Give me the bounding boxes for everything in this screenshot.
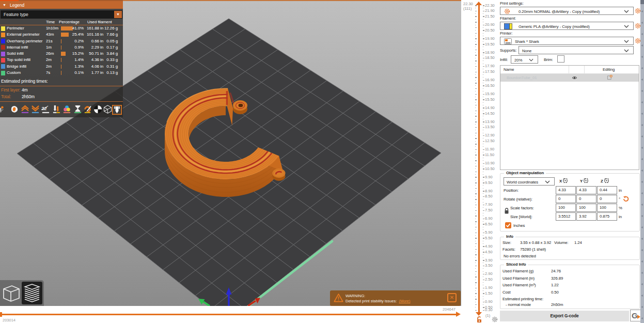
ruler-tick (483, 91, 483, 91)
editing-icon[interactable] (607, 75, 612, 80)
manip-input-x[interactable]: 100 (556, 204, 576, 212)
ruler-tick (483, 138, 483, 139)
filament-label: Filament: (500, 16, 516, 21)
manip-input-x[interactable]: 4.33 (556, 186, 576, 194)
retractions-icon[interactable] (21, 105, 30, 114)
ruler-tick (475, 243, 477, 244)
supports-combo[interactable]: None (519, 46, 634, 54)
feature-percentage: 0.2% (63, 39, 84, 43)
brim-checkbox[interactable] (557, 55, 564, 63)
gcode-slider-left-handle[interactable] (0, 312, 2, 317)
ruler-tick (483, 207, 483, 208)
center-of-gravity-icon[interactable] (93, 105, 103, 114)
ruler-tick (483, 13, 483, 14)
inches-checkbox[interactable] (505, 222, 511, 228)
manip-input-z[interactable]: 0 (597, 195, 617, 203)
gcode-slider-right-arrow[interactable] (456, 312, 461, 317)
feature-used-length: 0.66 in (82, 39, 103, 43)
ruler-tick (475, 64, 476, 64)
preview-view-button[interactable] (22, 282, 42, 304)
gcode-slider-track[interactable] (2, 314, 456, 315)
chevron-down-icon (624, 40, 629, 43)
ruler-label: 14.50 (485, 111, 500, 116)
sliced-row-value: 24.76 (551, 269, 561, 273)
pause-prints-icon[interactable] (73, 105, 83, 114)
toast-close-button[interactable]: ✕ (447, 293, 457, 302)
legend-row: Custom7s0.1%1.77 in0.13 g (0, 70, 123, 76)
ruler-tick (475, 229, 476, 230)
manip-input-x[interactable]: 0 (556, 195, 576, 203)
edge-strip-mark (641, 113, 643, 115)
edge-strip-mark (641, 44, 643, 47)
eye-icon[interactable] (572, 75, 577, 80)
dropdown-arrow-icon[interactable]: ▼ (114, 11, 122, 18)
ruler-tick (475, 50, 477, 51)
object-list-row[interactable]: BourdonTube_01 (500, 74, 639, 82)
manip-input-z[interactable]: 0.875 (597, 212, 617, 221)
ruler-tick (483, 213, 483, 213)
manip-row-label: Rotate (relative): (504, 197, 532, 202)
axis-icon (563, 178, 568, 183)
filament-color-icon (504, 23, 512, 29)
print-settings-combo[interactable]: 0.20mm NORMAL @Artillery - Copy (modifie… (500, 7, 634, 15)
legend-view-select[interactable]: Feature type ▼ (1, 10, 122, 19)
coordinates-combo[interactable]: World coordinates (504, 177, 555, 186)
legend-header[interactable]: ▼ Legend (0, 1, 123, 9)
gcode-file-icon[interactable]: G (630, 310, 641, 321)
layer-slider-track[interactable] (478, 5, 480, 313)
ruler-tick (475, 5, 477, 6)
warning-more-link[interactable]: (More) (399, 299, 410, 303)
print-settings-value: 0.20mm NORMAL @Artillery - Copy (modifie… (519, 9, 600, 14)
color-changes-icon[interactable] (62, 105, 72, 114)
sliced-mode-value: 2h50m (551, 302, 563, 307)
ruler-tick (475, 254, 477, 255)
custom-gcodes-icon[interactable] (84, 105, 93, 114)
ruler-tick (483, 168, 485, 170)
lock-icon[interactable] (476, 316, 482, 323)
ruler-label: 7.90 (485, 202, 500, 207)
chevron-down-icon (624, 25, 629, 28)
ruler-tick (475, 74, 476, 75)
uniform-scale-lock-icon[interactable] (504, 208, 509, 214)
ruler-tick (483, 241, 483, 241)
reset-rotation-icon[interactable] (623, 195, 629, 202)
gcode-slider-strip: 204647 203014 (0, 306, 461, 323)
deretractions-icon[interactable] (31, 105, 40, 114)
object-visibility-icon[interactable] (10, 105, 19, 114)
layer-slider-top-arrow[interactable] (476, 2, 482, 5)
ruler-tick (483, 88, 483, 89)
manip-input-z[interactable]: 0.44 (597, 186, 617, 194)
layer-slider-bottom-arrow[interactable] (476, 312, 482, 316)
printer-value: Shark * Shark (515, 39, 539, 44)
ruler-tick (475, 36, 476, 36)
ruler-tick (483, 25, 485, 26)
ruler-tick (483, 304, 483, 305)
shells-icon[interactable] (103, 105, 113, 114)
infill-combo[interactable]: 20% (511, 55, 538, 64)
collapse-triangle-icon[interactable]: ▼ (3, 3, 6, 7)
ruler-tick (483, 188, 483, 189)
shells-partial-icon[interactable] (0, 105, 7, 114)
printer-combo[interactable]: Shark * Shark (500, 37, 634, 45)
3d-editor-view-button[interactable] (1, 282, 21, 304)
tool-position-icon[interactable] (112, 105, 121, 114)
manip-input-z[interactable]: 100 (597, 204, 617, 212)
ruler-tick (475, 99, 477, 100)
tool-changes-icon[interactable] (52, 105, 61, 114)
ruler-label: 20.50 (485, 28, 500, 33)
ruler-tick (475, 221, 477, 222)
ruler-label: 20.90 (485, 22, 500, 27)
slider-settings-gear-icon[interactable] (492, 316, 498, 322)
manip-input-y[interactable]: 3.92 (576, 212, 596, 221)
ruler-tick (475, 276, 477, 278)
ruler-tick (483, 36, 483, 36)
ruler-tick (475, 141, 476, 142)
manip-input-y[interactable]: 4.33 (576, 186, 596, 194)
manip-input-x[interactable]: 3.5512 (556, 212, 576, 221)
manip-input-y[interactable]: 100 (576, 204, 596, 212)
export-gcode-button[interactable]: Export G-code (500, 311, 629, 321)
ruler-tick (483, 133, 483, 133)
seams-icon[interactable]: 22 (41, 105, 51, 114)
manip-input-y[interactable]: 0 (576, 195, 596, 203)
filament-combo[interactable]: Generic PLA @Artillery - Copy (modified) (500, 22, 634, 30)
